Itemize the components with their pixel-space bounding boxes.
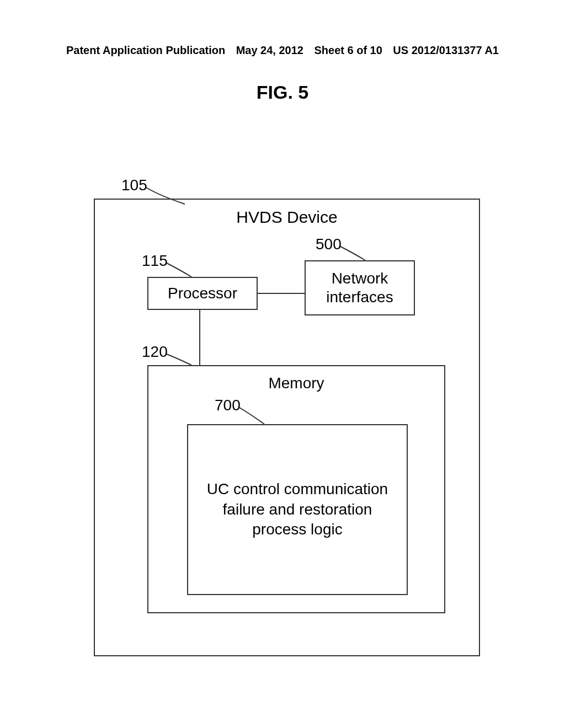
patent-number: US 2012/0131377 A1 <box>393 44 499 57</box>
ref-label-700: 700 <box>215 397 241 414</box>
figure-title: FIG. 5 <box>257 82 308 103</box>
network-interfaces-box: Network interfaces <box>305 260 415 315</box>
uc-logic-label: UC control communication failure and res… <box>205 479 390 539</box>
processor-label: Processor <box>168 285 237 302</box>
page-header: Patent Application Publication May 24, 2… <box>0 44 565 57</box>
hvds-device-box: HVDS Device 115 Processor 500 Network in… <box>94 199 480 656</box>
ref-label-115: 115 <box>142 252 168 270</box>
leader-line-115 <box>167 258 200 280</box>
sheet-label: Sheet 6 of 10 <box>314 44 382 57</box>
date-label: May 24, 2012 <box>236 44 303 57</box>
ref-label-120: 120 <box>142 343 168 361</box>
diagram: 105 HVDS Device 115 Processor 500 Networ… <box>94 199 491 667</box>
ref-label-500: 500 <box>316 235 342 253</box>
memory-label: Memory <box>148 374 444 392</box>
uc-logic-box: UC control communication failure and res… <box>187 424 408 595</box>
ref-label-105: 105 <box>121 176 147 194</box>
leader-line-700 <box>239 402 273 427</box>
network-label: Network interfaces <box>306 269 414 306</box>
publication-label: Patent Application Publication <box>66 44 225 57</box>
connector-processor-network <box>258 292 307 298</box>
memory-box: Memory 700 UC control communication fail… <box>147 365 445 613</box>
leader-line-500 <box>340 241 374 263</box>
hvds-device-title: HVDS Device <box>95 208 479 227</box>
processor-box: Processor <box>147 277 258 310</box>
